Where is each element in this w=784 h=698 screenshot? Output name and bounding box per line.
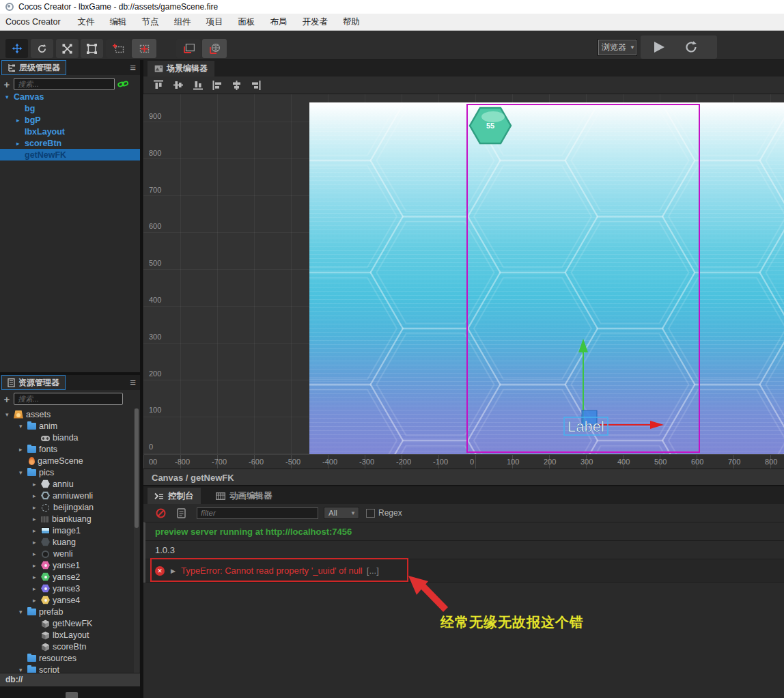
asset-item-wenli[interactable]: ▸wenli bbox=[0, 548, 140, 559]
log-row-plain[interactable]: 1.0.3 bbox=[145, 541, 784, 559]
asset-item-anniu[interactable]: ▸anniu bbox=[0, 478, 140, 490]
align-middle-icon[interactable] bbox=[173, 80, 184, 90]
tree-expand-arrow[interactable]: ▸ bbox=[33, 492, 41, 499]
tab-scene-editor[interactable]: 场景编辑器 bbox=[148, 61, 214, 76]
hierarchy-item-getNewFK[interactable]: getNewFK bbox=[0, 149, 140, 160]
asset-item-anniuwenli[interactable]: ▸anniuwenli bbox=[0, 490, 140, 501]
asset-item-getNewFK[interactable]: getNewFK bbox=[0, 617, 140, 629]
tab-assets[interactable]: 资源管理器 bbox=[1, 375, 66, 390]
asset-item-gameScene[interactable]: gameScene bbox=[0, 455, 140, 466]
menu-item-8[interactable]: 开发者 bbox=[295, 16, 336, 28]
menu-item-0[interactable]: Cocos Creator bbox=[0, 17, 70, 27]
asset-item-fonts[interactable]: ▸fonts bbox=[0, 443, 140, 455]
menu-item-9[interactable]: 帮助 bbox=[335, 16, 367, 28]
tree-expand-arrow[interactable]: ▾ bbox=[5, 411, 14, 418]
refresh-button[interactable] bbox=[684, 40, 698, 54]
asset-item-anim[interactable]: ▾anim bbox=[0, 420, 140, 432]
asset-item-resources[interactable]: resources bbox=[0, 652, 140, 664]
tree-expand-arrow[interactable]: ▸ bbox=[33, 597, 41, 604]
scale-tool-button[interactable] bbox=[56, 39, 79, 58]
breadcrumb[interactable]: Canvas / getNewFK bbox=[143, 469, 784, 483]
tree-expand-arrow[interactable]: ▾ bbox=[5, 94, 14, 100]
hierarchy-search-input[interactable] bbox=[14, 78, 115, 90]
hierarchy-item-scoreBtn[interactable]: ▸scoreBtn bbox=[0, 137, 140, 149]
tab-console[interactable]: 控制台 bbox=[148, 488, 201, 504]
tree-expand-arrow[interactable]: ▸ bbox=[33, 550, 41, 557]
add-node-button[interactable]: + bbox=[0, 79, 14, 90]
align-left-icon[interactable] bbox=[212, 80, 223, 91]
align-top-icon[interactable] bbox=[153, 80, 164, 90]
asset-item-beijingxian[interactable]: ▸beijingxian bbox=[0, 501, 140, 513]
asset-item-kuang[interactable]: ▸kuang bbox=[0, 536, 140, 548]
tree-expand-arrow[interactable]: ▸ bbox=[33, 539, 41, 546]
menu-item-4[interactable]: 组件 bbox=[167, 16, 199, 28]
asset-item-yanse2[interactable]: ▸yanse2 bbox=[0, 571, 140, 583]
log-filter-input[interactable] bbox=[197, 507, 318, 519]
asset-item-pics[interactable]: ▾pics bbox=[0, 466, 140, 478]
play-button[interactable] bbox=[654, 42, 664, 53]
tree-expand-arrow[interactable]: ▸ bbox=[19, 446, 27, 453]
log-suffix[interactable]: [...] bbox=[367, 566, 379, 576]
hierarchy-item-lbxLayout[interactable]: lbxLayout bbox=[0, 126, 140, 137]
log-expand-arrow[interactable]: ▶ bbox=[171, 568, 176, 574]
tree-expand-arrow[interactable]: ▸ bbox=[33, 574, 41, 581]
scene-viewport[interactable]: 55 Label 9008007006005004003002001000 bbox=[143, 94, 784, 454]
export-log-icon[interactable] bbox=[177, 508, 186, 518]
log-level-select[interactable]: All ▼ bbox=[324, 507, 359, 519]
asset-item-biankuang[interactable]: ▸biankuang bbox=[0, 513, 140, 525]
hierarchy-item-bg[interactable]: bg bbox=[0, 102, 140, 114]
rotate-tool-button[interactable] bbox=[31, 39, 53, 58]
tree-expand-arrow[interactable]: ▸ bbox=[16, 140, 25, 147]
asset-item-scoreBtn[interactable]: scoreBtn bbox=[0, 641, 140, 652]
tree-expand-arrow[interactable]: ▸ bbox=[33, 481, 41, 488]
menu-item-1[interactable]: 文件 bbox=[70, 16, 102, 28]
assets-menu-icon[interactable]: ≡ bbox=[130, 376, 136, 388]
tab-anim-editor[interactable]: 动画编辑器 bbox=[209, 488, 279, 504]
global-gizmo-button[interactable] bbox=[202, 39, 227, 58]
tree-expand-arrow[interactable]: ▸ bbox=[33, 504, 41, 511]
log-row-info[interactable]: preview server running at http://localho… bbox=[145, 522, 784, 541]
tree-expand-arrow[interactable]: ▾ bbox=[19, 609, 27, 615]
asset-item-image1[interactable]: ▸image1 bbox=[0, 525, 140, 536]
asset-item-script[interactable]: ▾script bbox=[0, 664, 140, 673]
align-right-icon[interactable] bbox=[251, 80, 261, 91]
asset-item-yanse3[interactable]: ▸yanse3 bbox=[0, 583, 140, 594]
clear-log-icon[interactable] bbox=[156, 508, 166, 518]
asset-item-lbxLayout[interactable]: lbxLayout bbox=[0, 629, 140, 641]
move-tool-button[interactable] bbox=[5, 39, 28, 58]
hierarchy-item-Canvas[interactable]: ▾Canvas bbox=[0, 91, 140, 102]
hierarchy-item-bgP[interactable]: ▸bgP bbox=[0, 114, 140, 126]
assets-search-input[interactable] bbox=[14, 393, 123, 405]
menu-item-2[interactable]: 编辑 bbox=[102, 16, 135, 28]
tree-expand-arrow[interactable]: ▸ bbox=[33, 516, 41, 522]
asset-item-bianda[interactable]: bianda bbox=[0, 432, 140, 443]
regex-checkbox[interactable] bbox=[366, 509, 375, 518]
tree-expand-arrow[interactable]: ▾ bbox=[19, 667, 27, 673]
tree-expand-arrow[interactable]: ▾ bbox=[19, 469, 27, 476]
log-row-error[interactable]: ✕▶TypeError: Cannot read property '_uuid… bbox=[145, 559, 784, 583]
tree-expand-arrow[interactable]: ▸ bbox=[33, 527, 41, 534]
hierarchy-menu-icon[interactable]: ≡ bbox=[130, 61, 136, 73]
tree-expand-arrow[interactable]: ▾ bbox=[19, 423, 27, 430]
assets-scrollbar-thumb[interactable] bbox=[135, 408, 139, 528]
asset-item-yanse1[interactable]: ▸yanse1 bbox=[0, 559, 140, 571]
preview-target-select[interactable]: 浏览器 ▼ bbox=[598, 39, 637, 56]
anchor-grid-button[interactable] bbox=[132, 39, 156, 58]
tab-hierarchy[interactable]: 层级管理器 bbox=[1, 60, 66, 75]
asset-item-assets[interactable]: ▾assets bbox=[0, 408, 140, 420]
tree-expand-arrow[interactable]: ▸ bbox=[33, 562, 41, 569]
menu-item-7[interactable]: 布局 bbox=[263, 16, 295, 28]
menu-item-3[interactable]: 节点 bbox=[135, 16, 167, 28]
align-center-icon[interactable] bbox=[232, 80, 242, 91]
local-gizmo-button[interactable] bbox=[176, 39, 201, 58]
add-asset-button[interactable]: + bbox=[0, 393, 14, 405]
tree-expand-arrow[interactable]: ▸ bbox=[33, 585, 41, 592]
asset-item-yanse4[interactable]: ▸yanse4 bbox=[0, 594, 140, 606]
pivot-anchor-button[interactable] bbox=[106, 39, 130, 58]
align-bottom-icon[interactable] bbox=[193, 80, 204, 90]
asset-item-prefab[interactable]: ▾prefab bbox=[0, 606, 140, 617]
link-icon[interactable] bbox=[117, 79, 128, 89]
rect-tool-button[interactable] bbox=[81, 39, 103, 58]
menu-item-6[interactable]: 面板 bbox=[231, 16, 263, 28]
menu-item-5[interactable]: 项目 bbox=[199, 16, 231, 28]
